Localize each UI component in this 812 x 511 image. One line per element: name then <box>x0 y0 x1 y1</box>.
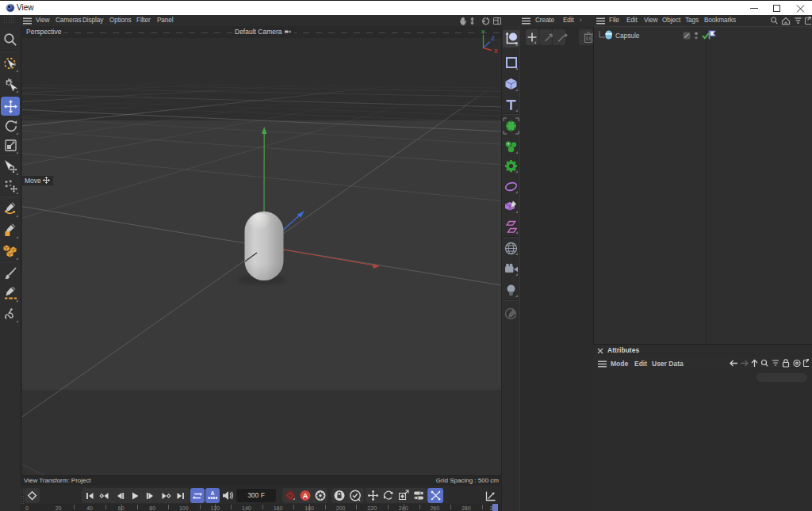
svg-text:A: A <box>303 492 308 500</box>
svg-text:X: X <box>494 48 498 54</box>
svg-text:Z: Z <box>492 36 496 41</box>
svg-text:Y: Y <box>481 29 485 35</box>
svg-text:A: A <box>210 490 214 496</box>
